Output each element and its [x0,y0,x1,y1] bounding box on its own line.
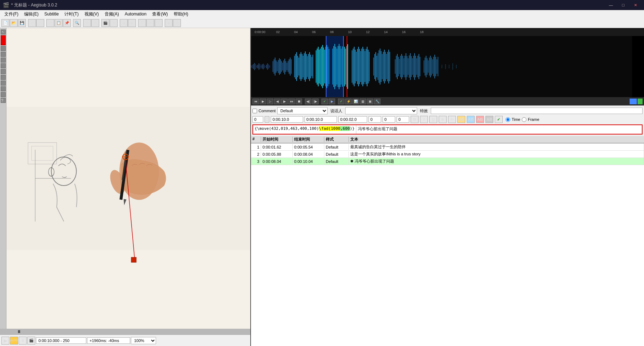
color1-button[interactable]: AB [457,116,465,123]
toolbar-properties[interactable]: ⚙ [91,19,99,27]
wf-btn-commit[interactable]: ✓ [321,99,328,104]
subtitle-row-2[interactable]: 2 0:00:05.88 0:00:08.04 Default 这是一个真实的故… [251,151,644,158]
margin-v-input[interactable] [397,116,409,123]
menu-audio[interactable]: 音频(A) [102,10,122,18]
zoom-select[interactable]: 50% 75% 100% 150% 200% [131,337,156,344]
layer-down[interactable]: ▼ [265,119,269,122]
end-time-input[interactable] [305,116,337,123]
minimize-button[interactable]: — [605,1,617,9]
toolbar-video-close[interactable]: ✕ [110,19,118,27]
toolbar-timing-start[interactable]: ◀ [120,19,128,27]
menu-edit[interactable]: 编辑(E) [21,10,41,18]
pause-button[interactable]: ⏸ [19,337,27,345]
tool-1[interactable] [1,46,6,51]
toolbar-video-open[interactable]: 🎬 [101,19,109,27]
menu-subtitle[interactable]: Subtitle [41,10,61,18]
tool-9[interactable] [1,92,6,97]
start-time-input[interactable] [271,116,303,123]
wf-btn-mark-end[interactable]: |▶ [312,99,319,104]
menu-help[interactable]: 帮助(H) [171,10,191,18]
tool-10[interactable]: ? [1,98,6,103]
layer-up[interactable]: ▲ [265,117,269,119]
seekbar[interactable] [0,329,250,334]
waveform-canvas[interactable] [251,36,644,97]
toolbar-spellcheck[interactable]: ABC [146,19,154,27]
close-button[interactable]: ✕ [630,1,641,9]
toolbar-translate[interactable]: T [155,19,163,27]
color2-button[interactable]: AB [467,116,475,123]
toolbar-redo[interactable]: ↪ [36,19,44,27]
toolbar-undo[interactable]: ↩ [28,19,36,27]
wf-btn-extra2[interactable]: 📊 [352,99,359,104]
toolbar-paste[interactable]: 📌 [63,19,71,27]
wf-btn-extra4[interactable]: ▣ [367,99,373,104]
bold-button[interactable]: B [411,116,419,123]
toolbar-extra2[interactable]: ⊕ [173,19,181,27]
tool-2[interactable] [1,52,6,57]
text-main-display[interactable]: 冯爷爷心脏出现了问题 [356,125,642,134]
strikeout-button[interactable]: S [439,116,447,123]
wf-btn-play-line[interactable]: ▷ [267,99,273,104]
toolbar-timing-end[interactable]: ▶ [128,19,136,27]
time-radio[interactable] [506,117,510,122]
wf-btn-extra5[interactable]: 🔧 [374,99,380,104]
wf-btn-play-after[interactable]: ▶ [281,99,288,104]
toolbar-shift[interactable]: ⏱ [138,19,146,27]
wf-btn-play-before[interactable]: ◀ [274,99,280,104]
italic-button[interactable]: I [420,116,428,123]
tool-arrow[interactable]: ↖ [1,29,6,35]
tool-8[interactable] [1,86,6,91]
toolbar-cut[interactable]: ✂ [46,19,54,27]
duration-input[interactable] [338,116,367,123]
effect-input[interactable] [431,108,643,114]
commit-button[interactable]: ✓ [495,116,503,123]
toolbar-extra1[interactable]: ◉ [165,19,173,27]
style-select[interactable]: Default [277,107,328,114]
menu-automation[interactable]: Automation [122,10,150,18]
auto-play-button[interactable]: AUTO [10,337,18,345]
toolbar-copy[interactable]: 📋 [55,19,63,27]
menu-view[interactable]: 查看(W) [149,10,170,18]
subtitle-row-1[interactable]: 1 0:00:01.62 0:00:05.54 Default 最真诚的告白莫过… [251,144,644,151]
tool-5[interactable] [1,69,6,74]
toolbar-save[interactable]: 💾 [18,19,26,27]
color4-button[interactable]: AB [485,116,493,123]
layer-spinner[interactable]: ▲ ▼ [265,116,269,123]
wf-btn-extra3[interactable]: ▦ [360,99,366,104]
toolbar-style[interactable]: A [83,19,91,27]
wf-btn-zoom-in[interactable]: ✓ [338,99,344,104]
fontsize-button[interactable]: fn [448,116,456,123]
wf-btn-next-line[interactable]: ▶ [329,99,335,104]
wf-btn-mark-start[interactable]: ◀| [305,99,311,104]
margin-l-input[interactable] [369,116,381,123]
play-button[interactable]: ▶ [1,337,9,345]
toolbar-open[interactable]: 📂 [10,19,18,27]
margin-r-input[interactable] [383,116,395,123]
wf-btn-play-sel[interactable]: ▶ [260,99,266,104]
color3-button[interactable]: AB [476,116,484,123]
tool-7[interactable] [1,81,6,86]
comment-checkbox[interactable] [252,109,257,113]
frame-radio[interactable] [522,117,526,122]
menu-timing[interactable]: 计时(T) [61,10,81,18]
menu-video[interactable]: 视频(V) [82,10,102,18]
toolbar-find[interactable]: 🔍 [73,19,81,27]
actor-select[interactable] [345,107,417,114]
maximize-button[interactable]: □ [617,1,629,9]
toolbar-new[interactable]: 📄 [1,19,9,27]
menu-file[interactable]: 文件(F) [1,10,21,18]
layer-input[interactable] [252,116,263,123]
wf-btn-next-sub[interactable]: ⏭ [288,99,295,104]
tool-3[interactable] [1,58,6,63]
underline-button[interactable]: U [429,116,437,123]
wf-btn-stop[interactable]: ⏹ [296,99,302,104]
wf-btn-prev-sub[interactable]: ⏮ [252,99,259,104]
text-effect-display[interactable]: {\move(432,019,463,400,100)\fad(1000,600… [253,125,356,134]
video-preview-button[interactable]: 🎬 [27,337,35,345]
subtitle-row-3[interactable]: 3 0:00:08.04 0:00:10.04 Default ✱ 冯爷爷心脏出… [251,158,644,165]
tool-red-box[interactable] [1,35,6,45]
wf-btn-extra1[interactable]: ⚡ [345,99,352,104]
tool-6[interactable] [1,75,6,80]
seekbar-thumb[interactable] [18,330,20,333]
tool-4[interactable] [1,63,6,68]
